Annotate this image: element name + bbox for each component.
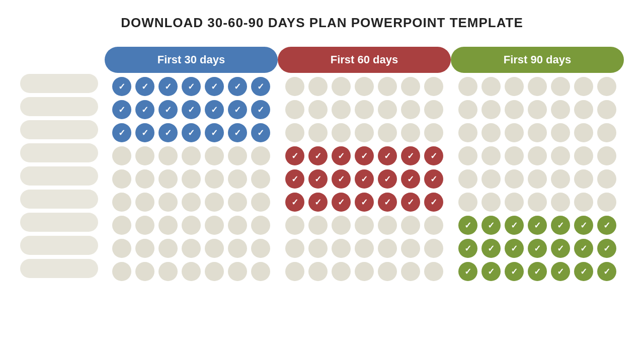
dot-active-green: ✓ [574,262,593,281]
dot-active-blue: ✓ [205,77,224,96]
dot-inactive [228,146,247,165]
dot-inactive [424,216,443,235]
checkmark-icon: ✓ [580,243,587,254]
dot-row [285,100,443,119]
dot-active-blue: ✓ [135,100,154,119]
dot-inactive [424,123,443,142]
checkmark-icon: ✓ [384,197,391,208]
dot-active-green: ✓ [505,239,524,258]
dot-inactive [401,239,420,258]
dot-inactive [308,100,328,119]
checkmark-icon: ✓ [384,174,391,185]
checkmark-icon: ✓ [488,220,495,231]
dot-inactive [505,146,524,165]
dot-inactive [228,216,247,235]
dot-inactive [182,169,201,189]
dot-inactive [182,216,201,235]
dot-active-green: ✓ [574,239,593,258]
dot-inactive [308,77,328,96]
page: DOWNLOAD 30-60-90 DAYS PLAN POWERPOINT T… [0,0,644,362]
row-label [20,259,98,278]
dot-active-green: ✓ [528,216,547,235]
dot-active-blue: ✓ [228,100,247,119]
checkmark-icon: ✓ [291,197,298,208]
dot-inactive [135,193,154,212]
dot-inactive [551,146,570,165]
dot-inactive [135,169,154,189]
dot-active-red: ✓ [424,169,443,189]
dot-inactive [505,100,524,119]
section-red: First 60 days✓✓✓✓✓✓✓✓✓✓✓✓✓✓✓✓✓✓✓✓✓ [278,47,451,281]
dot-active-blue: ✓ [112,123,131,142]
checkmark-icon: ✓ [511,266,518,277]
dot-inactive [158,216,178,235]
row-label [20,120,98,139]
dot-inactive [112,193,131,212]
dot-inactive [401,262,420,281]
dot-inactive [458,193,477,212]
dot-inactive [158,262,178,281]
checkmark-icon: ✓ [557,266,564,277]
dot-row: ✓✓✓✓✓✓✓ [285,146,443,165]
dot-inactive [182,239,201,258]
dot-row: ✓✓✓✓✓✓✓ [112,77,270,96]
dot-active-blue: ✓ [205,100,224,119]
dot-inactive [158,146,178,165]
dot-active-green: ✓ [481,239,501,258]
dot-active-blue: ✓ [158,100,178,119]
dot-inactive [481,146,501,165]
dot-inactive [228,169,247,189]
content-area: First 30 days✓✓✓✓✓✓✓✓✓✓✓✓✓✓✓✓✓✓✓✓✓First … [20,47,624,281]
dot-active-red: ✓ [285,146,304,165]
dot-inactive [458,100,477,119]
dot-inactive [205,262,224,281]
dot-inactive [597,169,616,189]
dot-inactive [574,169,593,189]
checkmark-icon: ✓ [338,174,345,185]
dot-inactive [597,77,616,96]
dot-inactive [597,123,616,142]
checkmark-icon: ✓ [314,174,321,185]
dot-active-blue: ✓ [251,77,270,96]
dot-active-green: ✓ [528,262,547,281]
dot-inactive [355,100,374,119]
dot-inactive [378,123,397,142]
dot-active-red: ✓ [424,146,443,165]
dot-row: ✓✓✓✓✓✓✓ [285,193,443,212]
dot-inactive [378,262,397,281]
dot-inactive [332,216,351,235]
dot-inactive [205,193,224,212]
dot-inactive [528,146,547,165]
dot-active-red: ✓ [285,169,304,189]
dot-inactive [458,146,477,165]
dot-inactive [158,193,178,212]
checkmark-icon: ✓ [603,220,610,231]
dot-row [458,146,616,165]
dot-inactive [551,100,570,119]
dot-active-green: ✓ [597,216,616,235]
dot-active-red: ✓ [424,193,443,212]
dot-active-green: ✓ [551,216,570,235]
dot-row [285,77,443,96]
dot-inactive [574,123,593,142]
dot-active-blue: ✓ [228,123,247,142]
dot-row [112,146,270,165]
dot-inactive [551,193,570,212]
dot-inactive [332,100,351,119]
section-blue: First 30 days✓✓✓✓✓✓✓✓✓✓✓✓✓✓✓✓✓✓✓✓✓ [105,47,278,281]
dot-row [458,100,616,119]
dot-active-red: ✓ [378,193,397,212]
dot-active-red: ✓ [308,169,328,189]
dot-inactive [135,239,154,258]
row-label [20,74,98,93]
checkmark-icon: ✓ [165,105,172,115]
dot-inactive [597,193,616,212]
checkmark-icon: ✓ [430,174,437,185]
row-label [20,236,98,255]
dot-active-green: ✓ [481,262,501,281]
checkmark-icon: ✓ [430,197,437,208]
dot-inactive [574,193,593,212]
dot-active-green: ✓ [597,239,616,258]
dot-inactive [505,169,524,189]
dot-active-red: ✓ [332,146,351,165]
